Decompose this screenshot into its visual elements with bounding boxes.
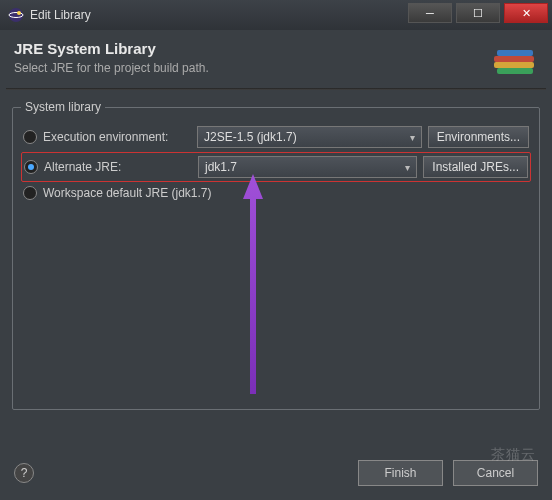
header-separator [6,88,546,90]
exec-env-value: J2SE-1.5 (jdk1.7) [204,130,297,144]
workspace-default-row: Workspace default JRE (jdk1.7) [21,182,531,204]
svg-point-0 [9,8,23,22]
environments-button[interactable]: Environments... [428,126,529,148]
dialog-header: JRE System Library Select JRE for the pr… [0,30,552,88]
svg-rect-6 [497,68,533,74]
exec-env-row: Execution environment: J2SE-1.5 (jdk1.7)… [21,122,531,152]
exec-env-label: Execution environment: [43,130,191,144]
workspace-default-label: Workspace default JRE (jdk1.7) [43,186,212,200]
titlebar: Edit Library ─ ☐ ✕ [0,0,552,30]
svg-rect-3 [494,56,534,62]
svg-point-2 [17,11,21,15]
finish-button[interactable]: Finish [358,460,443,486]
dialog-footer: ? Finish Cancel [0,460,552,486]
page-subtitle: Select JRE for the project build path. [14,61,209,75]
eclipse-icon [8,7,24,23]
group-legend: System library [21,100,105,114]
alternate-jre-label: Alternate JRE: [44,160,192,174]
system-library-group: System library Execution environment: J2… [12,100,540,410]
alternate-jre-row: Alternate JRE: jdk1.7 Installed JREs... [21,152,531,182]
workspace-default-radio[interactable] [23,186,37,200]
svg-rect-4 [497,50,533,56]
alternate-jre-value: jdk1.7 [205,160,237,174]
minimize-button[interactable]: ─ [408,3,452,23]
alternate-jre-radio[interactable] [24,160,38,174]
maximize-button[interactable]: ☐ [456,3,500,23]
svg-rect-5 [494,62,534,68]
close-button[interactable]: ✕ [504,3,548,23]
help-button[interactable]: ? [14,463,34,483]
library-icon [492,42,538,80]
window-buttons: ─ ☐ ✕ [408,3,548,23]
alternate-jre-combo[interactable]: jdk1.7 [198,156,417,178]
window-title: Edit Library [30,8,91,22]
installed-jres-button[interactable]: Installed JREs... [423,156,528,178]
exec-env-radio[interactable] [23,130,37,144]
cancel-button[interactable]: Cancel [453,460,538,486]
svg-marker-7 [243,174,263,394]
exec-env-combo[interactable]: J2SE-1.5 (jdk1.7) [197,126,422,148]
page-title: JRE System Library [14,40,209,57]
